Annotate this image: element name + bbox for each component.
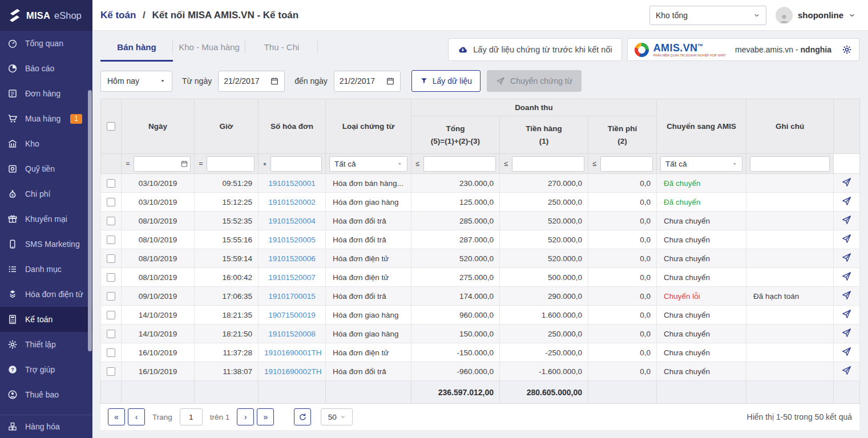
sidebar-item-label: Tổng quan [25, 39, 63, 48]
store-select[interactable]: Kho tổng [649, 6, 766, 25]
invoice-link[interactable]: 19101520005 [268, 236, 316, 244]
invoice-link[interactable]: 19101690001TH [264, 348, 322, 357]
sidebar-item[interactable]: Đơn hàng [0, 81, 92, 106]
send-icon[interactable] [841, 252, 852, 263]
page-of-label: trên 1 [210, 413, 230, 421]
sidebar-scrollbar[interactable] [88, 90, 92, 351]
invoice-link[interactable]: 19101520001 [268, 179, 316, 188]
send-icon[interactable] [841, 327, 852, 338]
send-icon[interactable] [841, 309, 852, 319]
sidebar-item[interactable]: Khuyến mại [0, 206, 92, 232]
send-icon[interactable] [841, 271, 852, 282]
calendar-icon[interactable] [386, 76, 395, 86]
row-checkbox[interactable] [107, 254, 115, 263]
transfer-status: Chưa chuyển [664, 217, 710, 225]
row-checkbox[interactable] [107, 236, 115, 244]
sidebar-item[interactable]: Báo cáo [0, 56, 92, 81]
send-icon[interactable] [841, 177, 852, 188]
row-checkbox[interactable] [107, 273, 115, 282]
sidebar-item[interactable]: Hóa đơn điện tử [0, 282, 92, 307]
send-icon[interactable] [841, 346, 852, 357]
tab-ban-hang[interactable]: Bán hàng [100, 31, 173, 63]
fetch-before-connect-button[interactable]: Lấy dữ liệu chứng từ trước khi kết nối [448, 38, 621, 61]
page-size-select[interactable]: 50 [321, 408, 353, 425]
send-icon[interactable] [841, 214, 852, 225]
money-bag-icon: $ [7, 189, 18, 199]
sidebar-item[interactable]: Mua hàng 1 [0, 106, 92, 131]
cell-time: 18:21:35 [195, 306, 259, 325]
row-checkbox[interactable] [107, 217, 115, 225]
calendar-icon[interactable] [270, 76, 279, 86]
send-icon[interactable] [841, 196, 852, 206]
sidebar-item[interactable]: Thiết lập [0, 332, 92, 357]
transfer-status-filter-select[interactable]: Tất cả [660, 156, 742, 172]
invoice-link[interactable]: 19101690002TH [264, 367, 322, 376]
date-preset-select[interactable]: Hôm nay [100, 71, 172, 92]
calendar-icon[interactable] [180, 160, 188, 168]
cell-time: 16:00:42 [195, 268, 259, 287]
to-date-input[interactable]: 21/2/2017 [334, 71, 401, 92]
invoice-link[interactable]: 19101520002 [268, 198, 316, 206]
row-checkbox[interactable] [107, 198, 115, 206]
tab-kho-mua-hang[interactable]: Kho - Mua hàng [173, 31, 245, 63]
goods-filter-input[interactable] [512, 156, 584, 172]
column-header-invoice: Số hóa đơn [259, 99, 326, 154]
sidebar-item[interactable]: SMS Marketing [0, 232, 92, 257]
last-page-button[interactable]: » [257, 408, 274, 425]
send-icon[interactable] [841, 233, 852, 244]
sidebar-item[interactable]: Thuê bao [0, 382, 92, 407]
breadcrumb: Kế toán / Kết nối MISA AMIS.VN - Kế toán [100, 10, 298, 21]
page-input[interactable] [180, 408, 203, 425]
user-menu[interactable]: shoponline [776, 7, 855, 24]
invoice-link[interactable]: 19071500019 [268, 311, 316, 319]
send-icon[interactable] [841, 365, 852, 376]
sidebar-item[interactable]: Tổng quan [0, 31, 92, 56]
invoice-link[interactable]: 19101520008 [268, 330, 316, 338]
refresh-button[interactable] [294, 408, 311, 425]
row-checkbox[interactable] [107, 330, 115, 338]
tab-thu-chi[interactable]: Thu - Chi [245, 31, 318, 63]
prev-page-button[interactable]: ‹ [128, 408, 145, 425]
invoice-link[interactable]: 19101520007 [268, 273, 316, 282]
sidebar-nav: Tổng quan Báo cáo Đơn hàng Mu [0, 31, 92, 415]
transfer-status: Chưa chuyển [664, 254, 710, 263]
invoice-link[interactable]: 19101700015 [268, 292, 316, 301]
invoice-filter-input[interactable] [271, 156, 322, 172]
sidebar-item-hang-hoa[interactable]: Hàng hóa [0, 415, 92, 438]
sidebar-item[interactable]: Kế toán [0, 307, 92, 332]
fetch-data-button[interactable]: Lấy dữ liệu [411, 70, 481, 92]
first-page-button[interactable]: « [108, 408, 125, 425]
row-checkbox[interactable] [107, 179, 115, 188]
results-info: Hiển thị 1-50 trong 50 kết quả [747, 412, 852, 421]
row-checkbox[interactable] [107, 367, 115, 376]
transfer-documents-button[interactable]: Chuyển chứng từ [487, 70, 582, 92]
select-all-checkbox[interactable] [107, 122, 115, 131]
row-checkbox[interactable] [107, 292, 115, 301]
fee-filter-input[interactable] [600, 156, 653, 172]
tabs: Bán hàng Kho - Mua hàng Thu - Chi [100, 31, 318, 63]
transfer-status: Chưa chuyển [664, 330, 710, 338]
invoice-link[interactable]: 19101520004 [268, 217, 316, 225]
cell-doc-type: Hóa đơn điện tử [326, 268, 411, 287]
amis-settings-icon[interactable] [842, 44, 852, 55]
sidebar-item[interactable] [0, 407, 92, 415]
row-checkbox[interactable] [107, 311, 115, 319]
invoice-link[interactable]: 19101520006 [268, 254, 316, 263]
sidebar-item[interactable]: Danh mục [0, 257, 92, 282]
time-filter-input[interactable] [207, 156, 255, 172]
from-date-input[interactable]: 21/2/2017 [218, 71, 285, 92]
amis-logo-text: AMIS.VNTM PHẦN MỀM QUẢN TRỊ DOANH NGHIỆP… [653, 43, 726, 57]
main-area: Kế toán / Kết nối MISA AMIS.VN - Kế toán… [92, 0, 868, 438]
sidebar-item[interactable]: Kho [0, 131, 92, 156]
cell-date: 03/10/2019 [122, 174, 195, 193]
doc-type-filter-select[interactable]: Tất cả [329, 156, 407, 172]
send-icon[interactable] [841, 290, 852, 301]
next-page-button[interactable]: › [237, 408, 254, 425]
row-checkbox[interactable] [107, 348, 115, 357]
breadcrumb-link[interactable]: Kế toán [100, 10, 136, 21]
note-filter-input[interactable] [750, 156, 830, 172]
sidebar-item[interactable]: ? Trợ giúp [0, 357, 92, 382]
total-filter-input[interactable] [423, 156, 496, 172]
sidebar-item[interactable]: $ Chi phí [0, 181, 92, 206]
sidebar-item[interactable]: Quỹ tiền [0, 156, 92, 181]
